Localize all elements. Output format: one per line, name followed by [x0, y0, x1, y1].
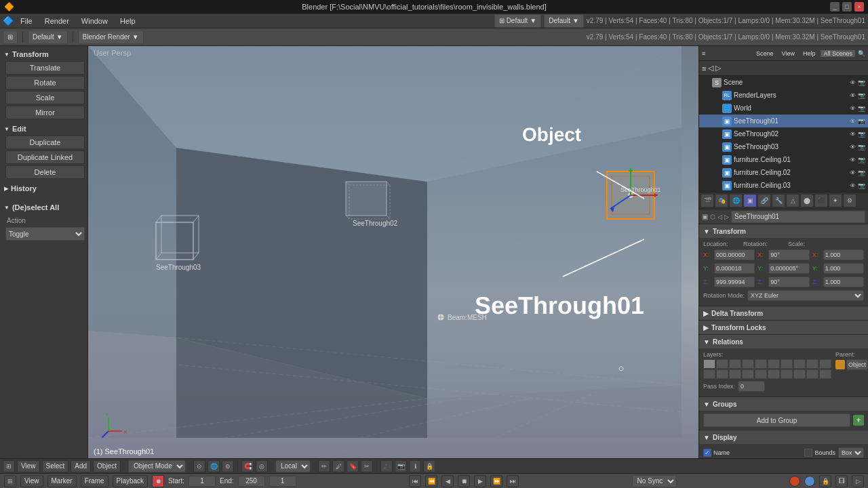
play-btn[interactable]: ▶ — [474, 475, 486, 487]
layer-17[interactable] — [781, 369, 793, 379]
rotate-btn[interactable]: Rotate — [5, 76, 85, 89]
rl-eye[interactable]: 👁 — [850, 92, 856, 99]
layer-6[interactable] — [768, 359, 780, 369]
st02-render[interactable]: 📷 — [858, 131, 865, 138]
render-icon[interactable]: 📷 — [858, 79, 865, 86]
fc01-eye[interactable]: 👁 — [850, 157, 856, 163]
layer-12[interactable] — [716, 369, 728, 379]
props-delta-header[interactable]: ▶ Delta Transform — [699, 306, 868, 320]
close-button[interactable]: × — [854, 2, 864, 12]
edit-section-header[interactable]: ▼ Edit — [3, 123, 85, 134]
search-icon[interactable]: 🔍 — [858, 50, 865, 57]
sync-select[interactable]: No Sync — [632, 475, 677, 487]
timeline-view[interactable]: View — [20, 475, 43, 487]
info-btn[interactable]: ℹ — [409, 460, 421, 472]
opengl-render[interactable]: 📷 — [395, 460, 407, 472]
grease-pencil1[interactable]: ✏ — [318, 460, 330, 472]
location-z-field[interactable]: 999.99994 — [714, 277, 755, 287]
props-tab-constraints[interactable]: 🔗 — [757, 194, 771, 207]
editor-type-btn[interactable]: ⊞ — [3, 30, 18, 44]
engine-select[interactable]: Blender Render▼ — [78, 30, 144, 44]
fc02-eye[interactable]: 👁 — [850, 169, 856, 176]
pass-index-value[interactable]: 0 — [738, 381, 765, 392]
keying-icon[interactable] — [789, 476, 800, 487]
add-group-plus-btn[interactable]: + — [853, 415, 864, 426]
rotation-y-field[interactable]: 0.000005° — [768, 263, 809, 274]
bounds-checkbox-label[interactable]: Bounds — [804, 449, 835, 457]
props-tab-object[interactable]: ▣ — [743, 194, 757, 207]
add-menu[interactable]: Add — [71, 460, 91, 472]
layer-5[interactable] — [755, 359, 767, 369]
scale-z-field[interactable]: 1.000 — [823, 277, 864, 287]
props-tab-scene[interactable]: 🎭 — [715, 194, 728, 207]
proportional-edit[interactable]: ⊚ — [222, 460, 234, 472]
anim-icon[interactable]: 🎞 — [835, 475, 848, 487]
world-render[interactable]: 📷 — [858, 105, 865, 112]
location-y-field[interactable]: 0.000018 — [714, 263, 755, 274]
fc03-render[interactable]: 📷 — [858, 182, 865, 189]
delete-btn[interactable]: Delete — [5, 165, 85, 179]
props-tab-physics[interactable]: ⚙ — [843, 194, 856, 207]
layer-3[interactable] — [729, 359, 741, 369]
timeline-record[interactable]: ⏺ — [152, 475, 164, 487]
add-to-group-btn[interactable]: Add to Group — [703, 413, 850, 427]
outliner-item-furniture-ceiling01[interactable]: ▣ furniture.Ceiling.01 👁 📷 — [699, 153, 868, 166]
layer-15[interactable] — [755, 369, 767, 379]
fc02-render[interactable]: 📷 — [858, 169, 865, 176]
history-section-header[interactable]: ▶ History — [3, 183, 85, 194]
transform-section-header[interactable]: ▼ Transform — [3, 49, 85, 60]
outliner-tool1[interactable]: ≡ — [702, 64, 706, 73]
outliner-item-furniture-ceiling02[interactable]: ▣ furniture.Ceiling.02 👁 📷 — [699, 166, 868, 179]
grease-pencil2[interactable]: 🖊 — [332, 460, 344, 472]
fc01-render[interactable]: 📷 — [858, 157, 865, 163]
render-btn[interactable]: 🎥 — [380, 460, 393, 472]
timeline-playback[interactable]: Playback — [113, 475, 149, 487]
layer-11[interactable] — [703, 369, 715, 379]
props-tab-material[interactable]: ⬤ — [800, 194, 814, 207]
outliner-item-scene[interactable]: S Scene 👁 📷 — [699, 76, 868, 89]
global-local-btn[interactable]: 🌐 — [208, 460, 220, 472]
rotation-z-field[interactable]: 90° — [768, 277, 809, 287]
props-object-name-input[interactable] — [731, 211, 865, 223]
name-checkbox[interactable]: ✓ — [703, 449, 711, 457]
object-mode-select[interactable]: Object Mode — [128, 460, 186, 472]
outliner-item-seethrough03[interactable]: ▣ SeeThrough03 👁 📷 — [699, 140, 868, 153]
props-tab-world[interactable]: 🌐 — [729, 194, 743, 207]
scale-x-field[interactable]: 1.000 — [823, 249, 864, 260]
outliner-item-seethrough01[interactable]: ▣ SeeThrough01 👁 📷 — [699, 115, 868, 127]
object-menu[interactable]: Object — [93, 460, 121, 472]
layer-10[interactable] — [819, 359, 831, 369]
menu-window[interactable]: Window — [76, 16, 113, 26]
scene-select[interactable]: Default▼ — [544, 14, 584, 28]
jump-start-btn[interactable]: ⏮ — [409, 475, 421, 487]
tab-help[interactable]: Help — [800, 50, 818, 57]
layer-19[interactable] — [806, 369, 818, 379]
deselect-section-header[interactable]: ▼ (De)select All — [3, 202, 85, 213]
props-tab-modifiers[interactable]: 🔧 — [772, 194, 785, 207]
props-groups-header[interactable]: ▼ Groups — [699, 397, 868, 411]
rotation-x-field[interactable]: 90° — [768, 249, 809, 260]
outliner-item-furniture-ceiling03[interactable]: ▣ furniture.Ceiling.03 👁 📷 — [699, 179, 868, 192]
end-input[interactable] — [238, 476, 265, 487]
layer-16[interactable] — [768, 369, 780, 379]
props-tab-texture[interactable]: ⬛ — [814, 194, 828, 207]
props-relations-header[interactable]: ▼ Relations — [699, 335, 868, 348]
frame-lock-icon[interactable]: 🔒 — [819, 475, 831, 487]
layer-4[interactable] — [742, 359, 754, 369]
menu-help[interactable]: Help — [115, 16, 141, 26]
props-nav-back[interactable]: ◁ — [717, 214, 722, 220]
tab-scene[interactable]: Scene — [753, 50, 776, 57]
world-eye[interactable]: 👁 — [850, 105, 856, 112]
outliner-tool2[interactable]: ◁ — [708, 64, 713, 73]
mirror-btn[interactable]: Mirror — [5, 106, 85, 119]
st01-eye[interactable]: 👁 — [850, 118, 856, 125]
props-tab-render[interactable]: 🎬 — [701, 194, 714, 207]
jump-end-btn[interactable]: ⏭ — [507, 475, 519, 487]
layer-13[interactable] — [729, 369, 741, 379]
props-tab-data[interactable]: △ — [786, 194, 800, 207]
bounds-checkbox[interactable] — [804, 449, 812, 457]
duplicate-linked-btn[interactable]: Duplicate Linked — [5, 150, 85, 164]
viewport[interactable]: User Persp .dash { stroke-dasharray: 6,4… — [88, 46, 698, 458]
current-frame-input[interactable] — [269, 476, 296, 487]
rotation-mode-select[interactable]: XYZ Euler — [747, 290, 864, 301]
